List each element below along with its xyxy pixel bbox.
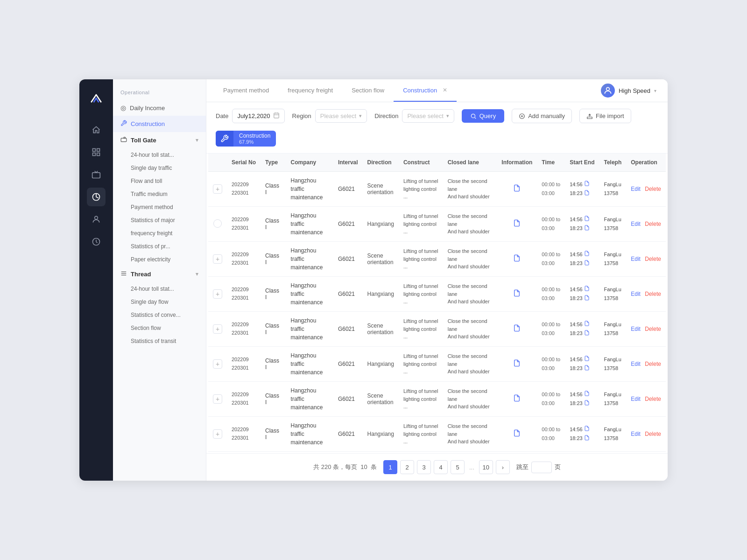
info-doc-icon[interactable]	[513, 395, 521, 403]
td-type: Class I	[261, 277, 286, 312]
page-btn-last[interactable]: 10	[479, 460, 493, 474]
td-direction: Sceneorientation	[363, 172, 399, 207]
td-interval: G6021	[333, 277, 363, 312]
row-expand-btn[interactable]: +	[213, 254, 222, 264]
table-header-row: Serial No Type Company Interval Directio…	[208, 154, 666, 172]
add-manually-button[interactable]: Add manually	[512, 109, 572, 123]
tab-payment-method[interactable]: Payment method	[214, 79, 278, 102]
td-information[interactable]	[497, 277, 537, 312]
edit-button[interactable]: Edit	[631, 431, 641, 437]
sidebar-item-statistics-conve[interactable]: Statistics of conve...	[113, 308, 206, 322]
avatar	[601, 84, 615, 98]
edit-button[interactable]: Edit	[631, 186, 641, 192]
query-button[interactable]: Query	[462, 109, 504, 123]
edit-button[interactable]: Edit	[631, 221, 641, 227]
td-type: Class I	[261, 347, 286, 382]
sidebar-item-toll-gate[interactable]: Toll Gate ▾	[113, 132, 206, 148]
sidebar-item-traffic-medium[interactable]: Traffic medium	[113, 188, 206, 201]
delete-button[interactable]: Delete	[645, 221, 661, 227]
delete-button[interactable]: Delete	[645, 186, 661, 192]
page-btn-1[interactable]: 1	[383, 460, 397, 474]
construction-progress-badge[interactable]: Construction 67.9%	[216, 131, 276, 147]
delete-button[interactable]: Delete	[645, 291, 661, 297]
row-expand-btn[interactable]: +	[213, 289, 222, 299]
row-expand-btn[interactable]: +	[213, 324, 222, 334]
info-doc-icon[interactable]	[513, 185, 521, 193]
info-doc-icon[interactable]	[513, 325, 521, 333]
delete-button[interactable]: Delete	[645, 361, 661, 367]
info-doc-icon[interactable]	[513, 360, 521, 368]
sidebar-item-statistics-pr[interactable]: Statistics of pr...	[113, 240, 206, 253]
page-next-icon[interactable]: ›	[496, 460, 510, 474]
doc-icon-bottom	[584, 366, 590, 371]
grid-icon[interactable]	[87, 143, 106, 161]
td-information[interactable]	[497, 242, 537, 277]
home-icon[interactable]	[87, 120, 106, 139]
sidebar-item-statistics-transit[interactable]: Statistics of transit	[113, 335, 206, 348]
chart-pie-icon[interactable]	[87, 188, 106, 206]
row-expand-btn[interactable]: +	[213, 394, 222, 404]
tab-section-flow[interactable]: Section flow	[342, 79, 394, 102]
td-time: 00:00 to03:00	[537, 242, 565, 277]
page-btn-4[interactable]: 4	[434, 460, 448, 474]
info-doc-icon[interactable]	[513, 220, 521, 228]
page-btn-2[interactable]: 2	[400, 460, 414, 474]
td-information[interactable]	[497, 347, 537, 382]
td-information[interactable]	[497, 207, 537, 242]
svg-rect-1	[97, 149, 100, 152]
row-expand-btn[interactable]: +	[213, 429, 222, 439]
edit-button[interactable]: Edit	[631, 256, 641, 262]
delete-button[interactable]: Delete	[645, 326, 661, 332]
sidebar-item-statistics-major[interactable]: Statistics of major	[113, 214, 206, 227]
row-expand-btn[interactable]: +	[213, 184, 222, 194]
date-input[interactable]: July12,2020	[232, 109, 284, 123]
info-doc-icon[interactable]	[513, 290, 521, 298]
sidebar-item-paper-electricity[interactable]: Paper electricity	[113, 253, 206, 266]
td-interval: G6021	[333, 417, 363, 452]
app-container: Operational ◎ Daily Income Construction …	[79, 79, 668, 481]
camera-icon[interactable]	[87, 165, 106, 184]
td-construct: Lifting of tunnellighting control ...	[399, 382, 443, 417]
sidebar-item-single-day-traffic[interactable]: Single day traffic	[113, 161, 206, 175]
delete-button[interactable]: Delete	[645, 431, 661, 437]
goto-input[interactable]	[531, 462, 552, 473]
sidebar-item-single-day-flow[interactable]: Single day flow	[113, 295, 206, 308]
row-radio[interactable]	[213, 219, 222, 228]
edit-button[interactable]: Edit	[631, 396, 641, 402]
td-information[interactable]	[497, 382, 537, 417]
tab-frequency-freight[interactable]: frequency freight	[278, 79, 342, 102]
edit-button[interactable]: Edit	[631, 361, 641, 367]
tab-close-icon[interactable]: ✕	[443, 87, 447, 93]
sidebar-item-section-flow[interactable]: Section flow	[113, 322, 206, 335]
info-doc-icon[interactable]	[513, 255, 521, 263]
file-import-button[interactable]: File import	[579, 109, 631, 123]
clock-icon[interactable]	[87, 232, 106, 251]
sidebar-item-24hr-toll-thread[interactable]: 24-hour toll stat...	[113, 282, 206, 295]
td-information[interactable]	[497, 172, 537, 207]
row-expand-btn[interactable]: +	[213, 359, 222, 369]
delete-button[interactable]: Delete	[645, 396, 661, 402]
edit-button[interactable]: Edit	[631, 291, 641, 297]
sidebar-item-thread[interactable]: Thread ▾	[113, 266, 206, 282]
direction-select[interactable]: Please select ▾	[402, 109, 454, 123]
edit-button[interactable]: Edit	[631, 326, 641, 332]
td-time: 00:00 to03:00	[537, 312, 565, 347]
page-btn-3[interactable]: 3	[417, 460, 431, 474]
td-expand: +	[208, 277, 227, 312]
svg-rect-13	[274, 113, 279, 118]
sidebar-item-24hr-toll[interactable]: 24-hour toll stat...	[113, 148, 206, 161]
sidebar-item-daily-income[interactable]: ◎ Daily Income	[113, 100, 206, 116]
user-area[interactable]: High Speed ▾	[597, 84, 660, 98]
page-btn-5[interactable]: 5	[451, 460, 465, 474]
tab-construction[interactable]: Construction ✕	[394, 79, 457, 102]
sidebar-item-payment-method[interactable]: Payment method	[113, 201, 206, 214]
info-doc-icon[interactable]	[513, 430, 521, 438]
region-select[interactable]: Please select ▾	[315, 109, 367, 123]
td-information[interactable]	[497, 312, 537, 347]
delete-button[interactable]: Delete	[645, 256, 661, 262]
user-icon[interactable]	[87, 210, 106, 229]
sidebar-item-frequency-freight[interactable]: frequency freight	[113, 227, 206, 240]
sidebar-item-flow-and-toll[interactable]: Flow and toll	[113, 175, 206, 188]
td-information[interactable]	[497, 417, 537, 452]
sidebar-item-construction[interactable]: Construction	[113, 116, 206, 132]
